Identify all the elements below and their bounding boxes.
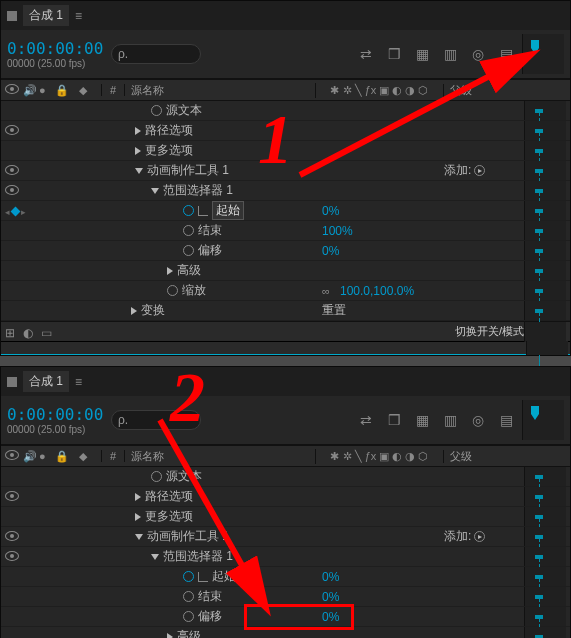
- toggle-switches-label[interactable]: 切换开关/模式: [455, 324, 524, 339]
- timeline-search[interactable]: ρ.: [111, 44, 201, 64]
- keyframe-icon[interactable]: [535, 249, 543, 253]
- prop-offset[interactable]: 偏移 0%: [1, 607, 570, 627]
- draft3d-icon[interactable]: ❒: [386, 46, 402, 62]
- prop-transform[interactable]: 变换 重置: [1, 301, 570, 321]
- toggle-icon[interactable]: ◐: [23, 326, 35, 338]
- keyframe-icon[interactable]: [535, 229, 543, 233]
- prop-source-text[interactable]: 源文本: [1, 101, 570, 121]
- keyframe-icon[interactable]: [535, 575, 543, 579]
- twirl-icon[interactable]: [135, 513, 141, 521]
- comp-flow-icon[interactable]: ⇄: [358, 412, 374, 428]
- graph-icon[interactable]: [198, 206, 208, 216]
- time-ruler[interactable]: [522, 400, 564, 440]
- keyframe-icon[interactable]: [535, 515, 543, 519]
- twirl-icon[interactable]: [151, 188, 159, 194]
- twirl-icon[interactable]: [135, 168, 143, 174]
- keyframe-icon[interactable]: [535, 209, 543, 213]
- frame-blend-icon[interactable]: ▦: [414, 412, 430, 428]
- prop-scale[interactable]: 缩放 ∞100.0,100.0%: [1, 281, 570, 301]
- prop-advanced[interactable]: 高级: [1, 627, 570, 638]
- current-time[interactable]: 0:00:00:00: [7, 39, 103, 58]
- visibility-icon[interactable]: [5, 165, 19, 175]
- prop-end[interactable]: 结束 100%: [1, 221, 570, 241]
- playhead-icon[interactable]: [525, 404, 555, 424]
- prop-end[interactable]: 结束 0%: [1, 587, 570, 607]
- panel-menu-icon[interactable]: ≡: [75, 375, 82, 389]
- visibility-icon[interactable]: [5, 551, 19, 561]
- keyframe-icon[interactable]: [535, 289, 543, 293]
- index-header[interactable]: #: [101, 450, 125, 462]
- keyframe-icon[interactable]: [535, 169, 543, 173]
- scale-value[interactable]: 100.0,100.0%: [340, 284, 414, 298]
- stopwatch-icon[interactable]: [167, 285, 178, 296]
- twirl-icon[interactable]: [135, 147, 141, 155]
- twirl-icon[interactable]: [167, 267, 173, 275]
- comp-flow-icon[interactable]: ⇄: [358, 46, 374, 62]
- keyframe-icon[interactable]: [535, 495, 543, 499]
- twirl-icon[interactable]: [135, 493, 141, 501]
- lock-header-icon[interactable]: 🔒: [55, 84, 67, 96]
- stopwatch-icon[interactable]: [183, 225, 194, 236]
- panel-menu-icon[interactable]: ≡: [75, 9, 82, 23]
- twirl-icon[interactable]: [167, 633, 173, 639]
- keyframe-icon[interactable]: [535, 595, 543, 599]
- keyframe-icon[interactable]: [535, 309, 543, 313]
- graph-editor-icon[interactable]: ▤: [498, 46, 514, 62]
- draft3d-icon[interactable]: ❒: [386, 412, 402, 428]
- index-header[interactable]: #: [101, 84, 125, 96]
- solo-header-icon[interactable]: ●: [39, 450, 51, 462]
- motion-blur-icon[interactable]: ▥: [442, 46, 458, 62]
- add-menu-icon[interactable]: ▸: [474, 531, 485, 542]
- parent-header[interactable]: 父级: [444, 83, 524, 98]
- twirl-icon[interactable]: [135, 127, 141, 135]
- twirl-icon[interactable]: [151, 554, 159, 560]
- brainstorm-icon[interactable]: ◎: [470, 46, 486, 62]
- prop-animator[interactable]: 动画制作工具 1 添加:▸: [1, 161, 570, 181]
- composition-tab[interactable]: 合成 1: [23, 371, 69, 392]
- prop-start[interactable]: ◂▸ 起始 0%: [1, 201, 570, 221]
- toggle-icon[interactable]: ▭: [41, 326, 53, 338]
- panel-splitter[interactable]: [0, 356, 571, 366]
- stopwatch-icon[interactable]: [151, 471, 162, 482]
- add-menu-icon[interactable]: ▸: [474, 165, 485, 176]
- twirl-icon[interactable]: [135, 534, 143, 540]
- keyframe-icon[interactable]: [535, 149, 543, 153]
- visibility-icon[interactable]: [5, 125, 19, 135]
- keyframe-icon[interactable]: [535, 269, 543, 273]
- end-value[interactable]: 100%: [322, 224, 353, 238]
- audio-header-icon[interactable]: 🔊: [23, 450, 35, 462]
- end-value[interactable]: 0%: [322, 590, 339, 604]
- offset-value[interactable]: 0%: [322, 610, 339, 624]
- visibility-header-icon[interactable]: [5, 84, 19, 94]
- graph-icon[interactable]: [198, 572, 208, 582]
- graph-editor-icon[interactable]: ▤: [498, 412, 514, 428]
- solo-header-icon[interactable]: ●: [39, 84, 51, 96]
- prop-path-options[interactable]: 路径选项: [1, 487, 570, 507]
- keyframe-icon[interactable]: [535, 535, 543, 539]
- name-header[interactable]: 源名称: [125, 83, 316, 98]
- visibility-icon[interactable]: [5, 185, 19, 195]
- keyframe-icon[interactable]: [535, 129, 543, 133]
- brainstorm-icon[interactable]: ◎: [470, 412, 486, 428]
- label-header-icon[interactable]: ◆: [79, 450, 91, 462]
- start-value[interactable]: 0%: [322, 570, 339, 584]
- keyframe-icon[interactable]: [535, 555, 543, 559]
- prop-path-options[interactable]: 路径选项: [1, 121, 570, 141]
- motion-blur-icon[interactable]: ▥: [442, 412, 458, 428]
- stopwatch-icon[interactable]: [183, 245, 194, 256]
- playhead-icon[interactable]: [525, 38, 555, 58]
- timeline-search[interactable]: ρ.: [111, 410, 201, 430]
- visibility-header-icon[interactable]: [5, 450, 19, 460]
- keyframe-icon[interactable]: [535, 475, 543, 479]
- prop-range-selector[interactable]: 范围选择器 1: [1, 547, 570, 567]
- stopwatch-icon[interactable]: [183, 611, 194, 622]
- reset-link[interactable]: 重置: [322, 303, 346, 317]
- prop-more-options[interactable]: 更多选项: [1, 507, 570, 527]
- constrain-icon[interactable]: ∞: [322, 285, 336, 297]
- prev-key-icon[interactable]: ◂: [5, 207, 10, 217]
- close-icon[interactable]: [7, 11, 17, 21]
- parent-header[interactable]: 父级: [444, 449, 524, 464]
- name-header[interactable]: 源名称: [125, 449, 316, 464]
- prop-offset[interactable]: 偏移 0%: [1, 241, 570, 261]
- composition-tab[interactable]: 合成 1: [23, 5, 69, 26]
